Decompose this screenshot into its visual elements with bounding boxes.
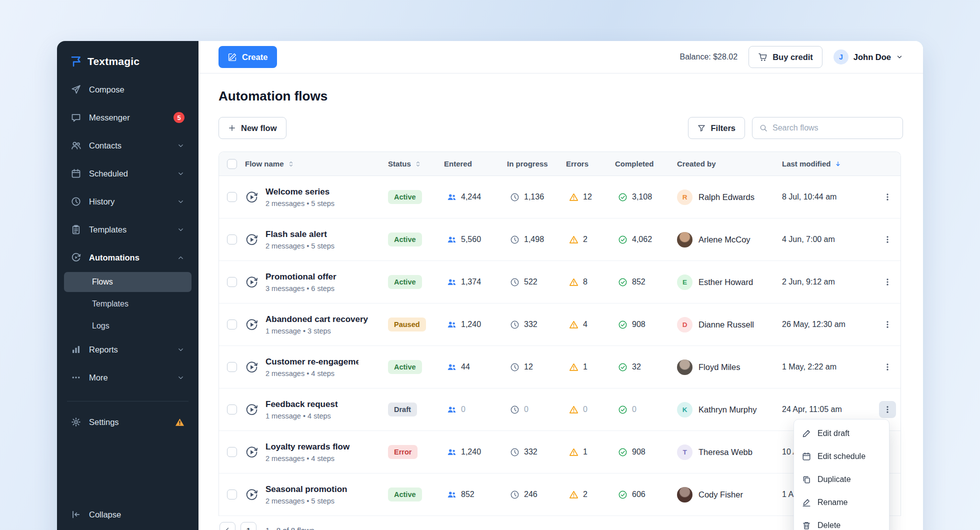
last-modified: 8 Jul, 10:44 am (782, 192, 836, 201)
flow-name[interactable]: Loyalty rewards flow (266, 442, 350, 452)
row-checkbox[interactable] (227, 277, 237, 287)
sidebar-item-more[interactable]: More (64, 366, 192, 389)
row-menu-button[interactable] (879, 274, 896, 290)
header-errors[interactable]: Errors (566, 160, 615, 168)
current-page-button[interactable]: 1 (240, 522, 256, 530)
header-flow-name[interactable]: Flow name (245, 160, 388, 168)
sidebar-item-reports[interactable]: Reports (64, 338, 192, 361)
sidebar-collapse-button[interactable]: Collapse (64, 503, 192, 526)
row-menu-button[interactable] (879, 358, 896, 376)
entered-value: 4,244 (461, 192, 481, 202)
menu-item-edit-schedule[interactable]: Edit schedule (794, 445, 889, 468)
row-checkbox[interactable] (227, 192, 237, 202)
sidebar-item-scheduled[interactable]: Scheduled (64, 162, 192, 185)
row-menu-button[interactable] (879, 231, 896, 248)
status-badge: Paused (388, 318, 426, 332)
chat-icon (71, 112, 81, 122)
prev-page-button[interactable] (220, 522, 236, 530)
filters-button[interactable]: Filters (688, 117, 745, 139)
errors-icon (569, 192, 578, 202)
clipboard-icon (71, 224, 81, 234)
menu-item-rename[interactable]: Rename (794, 491, 889, 514)
search-input[interactable] (772, 124, 896, 132)
menu-item-duplicate[interactable]: Duplicate (794, 468, 889, 491)
errors-value: 12 (583, 192, 592, 202)
user-menu[interactable]: J John Doe (834, 50, 903, 64)
sidebar-item-contacts[interactable]: Contacts (64, 134, 192, 157)
select-all-checkbox[interactable] (227, 159, 237, 169)
sidebar-item-messenger[interactable]: Messenger5 (64, 106, 192, 129)
flow-icon (245, 488, 258, 502)
completed-icon (618, 278, 628, 287)
chevron-down-icon (177, 374, 184, 382)
sidebar-subitem-flows[interactable]: Flows (64, 272, 192, 292)
row-checkbox[interactable] (227, 490, 237, 500)
menu-item-delete[interactable]: Delete (794, 514, 889, 530)
people-icon (71, 140, 81, 150)
header-last-modified[interactable]: Last modified (782, 160, 873, 168)
row-menu-button[interactable] (879, 316, 896, 333)
entered-value: 1,240 (461, 448, 481, 456)
sidebar-item-history[interactable]: History (64, 190, 192, 213)
flow-name[interactable]: Welcome series (266, 187, 334, 197)
entered-value: 0 (461, 405, 466, 414)
sidebar-item-label: Settings (89, 418, 119, 427)
row-menu-button[interactable] (879, 188, 896, 206)
buy-credit-button[interactable]: Buy credit (748, 46, 822, 68)
completed-icon (618, 405, 628, 414)
create-button[interactable]: Create (218, 46, 277, 68)
header-completed[interactable]: Completed (615, 160, 677, 168)
textmagic-logo-icon (70, 56, 82, 68)
menu-item-edit-draft[interactable]: Edit draft (794, 422, 889, 445)
table-header: Flow name Status Entered In progress Err… (219, 152, 900, 176)
row-menu-button[interactable] (879, 401, 896, 418)
sidebar-item-label: Templates (89, 225, 126, 234)
header-status[interactable]: Status (388, 160, 444, 168)
flow-name[interactable]: Promotional offer (266, 272, 336, 282)
sidebar-item-label: Reports (89, 345, 118, 354)
flow-name[interactable]: Customer re-engagement (266, 357, 358, 367)
errors-value: 1 (583, 362, 588, 372)
sidebar-item-automations[interactable]: Automations (64, 246, 192, 269)
status-badge: Draft (388, 402, 417, 416)
row-checkbox[interactable] (227, 234, 237, 244)
row-checkbox[interactable] (227, 447, 237, 457)
row-checkbox[interactable] (227, 404, 237, 414)
kebab-icon (883, 320, 892, 329)
sidebar-subitem-label: Logs (92, 322, 110, 330)
flow-name[interactable]: Abandoned cart recovery (266, 314, 368, 324)
flow-icon (245, 360, 258, 374)
brand-logo[interactable]: Textmagic (64, 54, 192, 69)
row-context-menu: Edit draftEdit scheduleDuplicateRenameDe… (794, 419, 890, 530)
avatar: R (677, 190, 692, 205)
sidebar-item-settings[interactable]: Settings (64, 410, 192, 434)
last-modified: 24 Apr, 11:05 am (782, 405, 842, 414)
row-checkbox[interactable] (227, 320, 237, 330)
completed-value: 606 (632, 490, 646, 499)
header-in-progress[interactable]: In progress (507, 160, 566, 168)
status-badge: Active (388, 190, 422, 204)
flow-meta: 1 message • 3 steps (266, 327, 368, 335)
header-entered[interactable]: Entered (444, 160, 507, 168)
errors-value: 4 (583, 320, 588, 329)
avatar (677, 487, 692, 502)
flow-name[interactable]: Feedback request (266, 400, 338, 410)
flow-name[interactable]: Seasonal promotion (266, 484, 347, 494)
sidebar-subitem-templates[interactable]: Templates (64, 294, 192, 314)
sidebar-divider (67, 401, 188, 402)
flow-meta: 2 messages • 5 steps (266, 200, 334, 208)
avatar: E (677, 274, 692, 290)
sidebar-subitem-logs[interactable]: Logs (64, 316, 192, 336)
header-created-by[interactable]: Created by (677, 160, 782, 168)
table-row: Customer re-engagement2 messages • 4 ste… (219, 346, 900, 388)
topbar-right: Balance: $28.02 Buy credit J John Doe (680, 46, 903, 68)
sidebar-item-label: Scheduled (89, 169, 128, 178)
flow-name[interactable]: Flash sale alert (266, 230, 334, 240)
new-flow-button[interactable]: New flow (218, 117, 286, 139)
row-checkbox[interactable] (227, 362, 237, 372)
cart-icon (758, 52, 768, 62)
sidebar: Textmagic ComposeMessenger5ContactsSched… (57, 41, 198, 530)
sidebar-item-compose[interactable]: Compose (64, 78, 192, 101)
completed-icon (618, 362, 628, 372)
sidebar-item-templates[interactable]: Templates (64, 218, 192, 241)
